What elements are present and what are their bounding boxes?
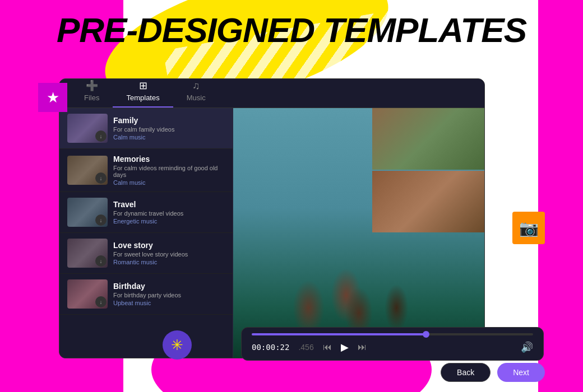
tab-templates-label: Templates [126,94,159,102]
template-music: Romantic music [113,259,225,265]
list-item[interactable]: ↓ Travel For dynamic travel videos Energ… [59,192,233,233]
template-info-family: Family For calm family videos Calm music [113,116,225,141]
template-music: Upbeat music [113,300,225,306]
template-music: Calm music [113,134,225,141]
sun-icon: ✳ [171,337,183,354]
nav-buttons: Back Next [441,363,545,382]
tab-bar: ➕ Files ⊞ Templates ♫ Music [59,79,484,108]
play-button[interactable]: ▶ [341,341,349,353]
template-desc: For sweet love story videos [113,251,225,258]
template-info-love: Love story For sweet love story videos R… [113,241,225,265]
timestamp-ms: .456 [298,343,313,352]
player-controls: 00:00:22.456 ⏮ ▶ ⏭ 🔊 [252,341,533,353]
template-name: Memories [113,155,225,164]
template-desc: For calm videos reminding of good old da… [113,165,225,178]
star-icon: ★ [47,89,59,106]
template-info-birthday: Birthday For birthday party videos Upbea… [113,282,225,306]
progress-fill [252,333,426,335]
template-info-memories: Memories For calm videos reminding of go… [113,155,225,186]
template-music: Calm music [113,179,225,186]
star-badge: ★ [38,83,67,112]
list-item[interactable]: ↓ Love story For sweet love story videos… [59,233,233,274]
download-icon: ↓ [95,214,107,226]
timestamp: 00:00:22 [252,343,289,352]
template-desc: For birthday party videos [113,292,225,298]
template-list-panel: ↓ Family For calm family videos Calm mus… [59,108,233,358]
template-thumb-birthday: ↓ [67,279,108,309]
tab-files-label: Files [84,94,99,102]
tab-templates[interactable]: ⊞ Templates [113,78,173,108]
camera-icon: 📷 [519,219,539,237]
list-item[interactable]: ↓ Memories For calm videos reminding of … [59,149,233,192]
list-item[interactable]: ↓ Birthday For birthday party videos Upb… [59,274,233,315]
media-player: 00:00:22.456 ⏮ ▶ ⏭ 🔊 [241,327,544,361]
sun-badge: ✳ [163,330,192,360]
template-info-travel: Travel For dynamic travel videos Energet… [113,200,225,225]
photo-thumb-2 [372,171,484,232]
templates-icon: ⊞ [139,80,147,92]
photo-thumb-1 [372,108,484,170]
template-thumb-love: ↓ [67,239,108,268]
app-window: ➕ Files ⊞ Templates ♫ Music ↓ Family For… [59,78,485,358]
template-name: Birthday [113,282,225,291]
template-name: Family [113,116,225,125]
preview-panel: ↑ [233,108,484,358]
progress-track[interactable] [252,333,533,335]
music-icon: ♫ [192,80,200,92]
camera-badge: 📷 [512,212,545,244]
download-icon: ↓ [95,172,107,184]
files-icon: ➕ [86,80,98,92]
template-desc: For calm family videos [113,126,225,133]
video-preview [233,108,484,358]
list-item[interactable]: ↓ Family For calm family videos Calm mus… [59,108,233,149]
bg-pink-right [538,0,583,392]
template-thumb-travel: ↓ [67,198,108,227]
template-thumb-memories: ↓ [67,156,108,185]
download-icon: ↓ [95,255,107,267]
volume-icon[interactable]: 🔊 [521,341,533,353]
tab-music[interactable]: ♫ Music [173,78,219,108]
download-icon: ↓ [95,296,107,307]
template-music: Energetic music [113,218,225,225]
template-desc: For dynamic travel videos [113,210,225,217]
rewind-button[interactable]: ⏮ [323,342,332,352]
photo-thumbnails [372,108,484,232]
page-title: PRE-DESIGNED TEMPLATES [0,10,583,50]
back-button[interactable]: Back [441,363,491,382]
template-name: Love story [113,241,225,250]
next-button[interactable]: Next [497,363,545,382]
forward-button[interactable]: ⏭ [358,342,367,352]
tab-music-label: Music [187,94,206,102]
template-name: Travel [113,200,225,209]
progress-thumb[interactable] [423,331,429,338]
content-area: ↓ Family For calm family videos Calm mus… [59,108,484,358]
download-icon: ↓ [95,130,107,142]
tab-files[interactable]: ➕ Files [71,78,113,108]
template-thumb-family: ↓ [67,114,108,143]
